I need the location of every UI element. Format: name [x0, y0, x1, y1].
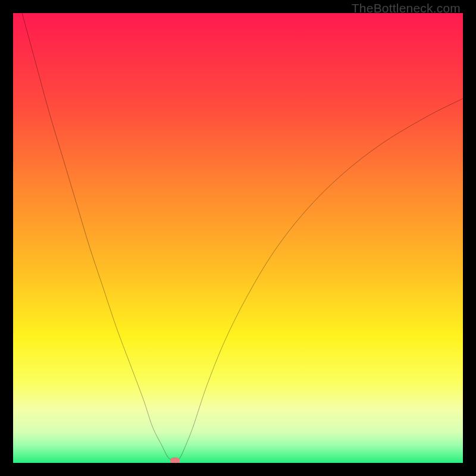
optimal-point-marker — [170, 458, 180, 463]
bottleneck-curve — [13, 13, 463, 463]
watermark-label: TheBottleneck.com — [352, 1, 461, 15]
plot-area — [13, 13, 463, 463]
